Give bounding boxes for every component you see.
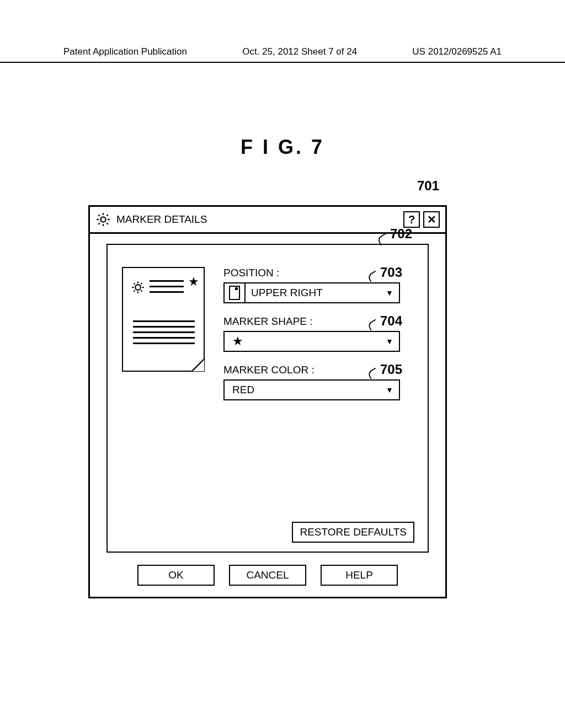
- header-right: US 2012/0269525 A1: [412, 46, 502, 57]
- color-value: RED: [225, 384, 380, 396]
- gear-icon: [95, 212, 111, 227]
- settings-panel: 702 ★ POSITION: [106, 244, 429, 553]
- preview-text-lines: [133, 320, 195, 348]
- header-left: Patent Application Publication: [63, 46, 187, 57]
- chevron-down-icon: ▼: [380, 386, 399, 394]
- callout-703: 703: [380, 265, 402, 280]
- restore-defaults-button[interactable]: RESTORE DEFAULTS: [292, 522, 414, 543]
- figure-title: F I G. 7: [0, 136, 565, 159]
- callout-702: 702: [390, 226, 412, 242]
- dialog-button-row: OK CANCEL HELP: [106, 565, 429, 586]
- shape-field: MARKER SHAPE : 704 ★ ▼: [223, 315, 413, 352]
- close-button[interactable]: ✕: [423, 211, 440, 228]
- svg-rect-5: [235, 287, 238, 290]
- dialog-title: MARKER DETAILS: [116, 213, 400, 226]
- cancel-button[interactable]: CANCEL: [229, 565, 306, 586]
- callout-705: 705: [380, 362, 402, 377]
- preview-thumbnail: ★: [122, 267, 205, 372]
- position-value: UPPER RIGHT: [246, 287, 380, 299]
- position-preview-icon: [225, 283, 246, 302]
- chevron-down-icon: ▼: [380, 288, 399, 297]
- color-select[interactable]: RED ▼: [223, 379, 400, 400]
- preview-text-lines: [150, 280, 184, 297]
- sun-icon: [131, 280, 145, 295]
- svg-point-0: [100, 217, 105, 222]
- position-select[interactable]: UPPER RIGHT ▼: [223, 282, 400, 303]
- help-button[interactable]: ?: [403, 211, 420, 228]
- callout-704: 704: [380, 313, 402, 329]
- dialog-body: 702 ★ POSITION: [90, 234, 445, 597]
- position-field: POSITION : 703 UPPER RIGHT ▼: [223, 267, 413, 303]
- svg-rect-4: [230, 286, 239, 299]
- color-field: MARKER COLOR : 705 RED ▼: [223, 364, 413, 400]
- header-center: Oct. 25, 2012 Sheet 7 of 24: [242, 46, 357, 57]
- shape-value: ★: [225, 334, 380, 349]
- shape-select[interactable]: ★ ▼: [223, 331, 400, 352]
- chevron-down-icon: ▼: [380, 337, 399, 346]
- ok-button[interactable]: OK: [137, 565, 215, 586]
- svg-point-1: [135, 285, 141, 290]
- fields-column: POSITION : 703 UPPER RIGHT ▼ MARKER SHAP…: [223, 267, 413, 413]
- star-icon: ★: [188, 275, 199, 289]
- page-header: Patent Application Publication Oct. 25, …: [0, 46, 565, 63]
- callout-701: 701: [417, 178, 439, 194]
- marker-details-dialog: MARKER DETAILS ? ✕ 702 ★: [88, 205, 447, 598]
- help-button[interactable]: HELP: [321, 565, 398, 586]
- page-fold-icon: [191, 358, 205, 372]
